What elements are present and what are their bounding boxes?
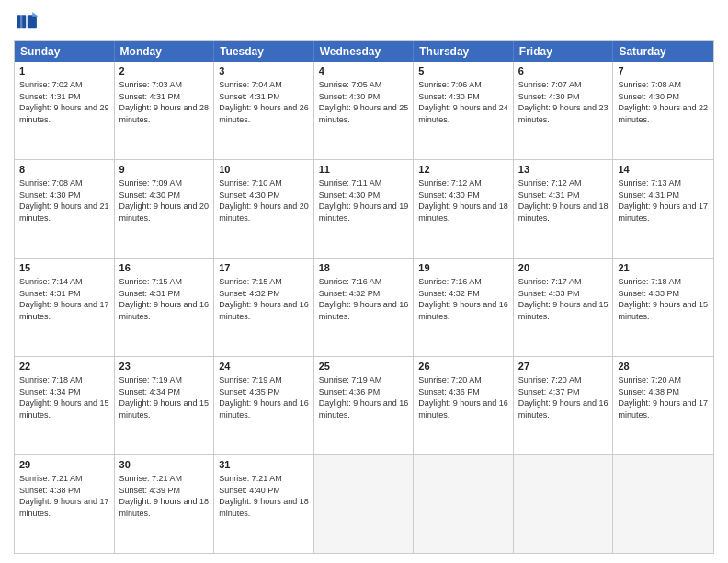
day-number: 20 (518, 261, 609, 275)
cal-cell-day-11: 11Sunrise: 7:11 AM Sunset: 4:30 PM Dayli… (314, 160, 415, 258)
cal-cell-day-8: 8Sunrise: 7:08 AM Sunset: 4:30 PM Daylig… (15, 160, 115, 258)
day-number: 2 (119, 64, 210, 78)
cal-cell-day-22: 22Sunrise: 7:18 AM Sunset: 4:34 PM Dayli… (15, 357, 115, 454)
cell-info: Sunrise: 7:10 AM Sunset: 4:30 PM Dayligh… (219, 178, 309, 223)
day-number: 13 (518, 163, 609, 177)
day-number: 3 (219, 64, 309, 78)
calendar-header-row: SundayMondayTuesdayWednesdayThursdayFrid… (15, 41, 713, 62)
cal-week-2: 8Sunrise: 7:08 AM Sunset: 4:30 PM Daylig… (15, 159, 713, 258)
day-number: 29 (19, 458, 109, 472)
calendar-body: 1Sunrise: 7:02 AM Sunset: 4:31 PM Daylig… (15, 62, 713, 553)
cal-cell-day-10: 10Sunrise: 7:10 AM Sunset: 4:30 PM Dayli… (214, 160, 314, 258)
cell-info: Sunrise: 7:20 AM Sunset: 4:36 PM Dayligh… (418, 375, 508, 419)
cal-cell-day-17: 17Sunrise: 7:15 AM Sunset: 4:32 PM Dayli… (214, 259, 314, 356)
cell-info: Sunrise: 7:19 AM Sunset: 4:35 PM Dayligh… (219, 375, 309, 419)
cal-cell-day-26: 26Sunrise: 7:20 AM Sunset: 4:36 PM Dayli… (414, 357, 514, 454)
cell-info: Sunrise: 7:16 AM Sunset: 4:32 PM Dayligh… (418, 277, 508, 321)
day-number: 11 (319, 163, 409, 177)
day-number: 10 (219, 163, 309, 177)
cal-week-4: 22Sunrise: 7:18 AM Sunset: 4:34 PM Dayli… (15, 356, 713, 454)
day-number: 4 (319, 64, 409, 78)
day-number: 22 (19, 360, 109, 373)
cell-info: Sunrise: 7:12 AM Sunset: 4:31 PM Dayligh… (518, 178, 609, 223)
cell-info: Sunrise: 7:12 AM Sunset: 4:30 PM Dayligh… (418, 178, 508, 223)
cal-cell-day-1: 1Sunrise: 7:02 AM Sunset: 4:31 PM Daylig… (15, 62, 115, 159)
calendar: SundayMondayTuesdayWednesdayThursdayFrid… (14, 40, 714, 554)
cell-info: Sunrise: 7:03 AM Sunset: 4:31 PM Dayligh… (119, 80, 210, 124)
cal-cell-day-20: 20Sunrise: 7:17 AM Sunset: 4:33 PM Dayli… (514, 259, 614, 356)
day-number: 23 (119, 360, 210, 373)
cal-cell-empty (514, 455, 614, 553)
cal-header-thursday: Thursday (414, 41, 514, 62)
cal-cell-day-30: 30Sunrise: 7:21 AM Sunset: 4:39 PM Dayli… (115, 455, 215, 553)
cell-info: Sunrise: 7:13 AM Sunset: 4:31 PM Dayligh… (618, 178, 708, 223)
day-number: 12 (418, 163, 508, 177)
day-number: 1 (19, 64, 109, 78)
cal-cell-day-25: 25Sunrise: 7:19 AM Sunset: 4:36 PM Dayli… (314, 357, 415, 454)
cal-cell-day-31: 31Sunrise: 7:21 AM Sunset: 4:40 PM Dayli… (214, 455, 314, 553)
cell-info: Sunrise: 7:06 AM Sunset: 4:30 PM Dayligh… (418, 80, 508, 124)
cal-cell-day-2: 2Sunrise: 7:03 AM Sunset: 4:31 PM Daylig… (115, 62, 215, 159)
cell-info: Sunrise: 7:02 AM Sunset: 4:31 PM Dayligh… (19, 80, 109, 124)
cal-header-monday: Monday (115, 41, 215, 62)
day-number: 27 (518, 360, 609, 373)
cal-week-5: 29Sunrise: 7:21 AM Sunset: 4:38 PM Dayli… (15, 454, 713, 553)
cell-info: Sunrise: 7:18 AM Sunset: 4:33 PM Dayligh… (618, 277, 708, 321)
page: SundayMondayTuesdayWednesdayThursdayFrid… (0, 0, 728, 563)
day-number: 5 (418, 64, 508, 78)
cal-cell-day-7: 7Sunrise: 7:08 AM Sunset: 4:30 PM Daylig… (613, 62, 713, 159)
cell-info: Sunrise: 7:20 AM Sunset: 4:37 PM Dayligh… (518, 375, 609, 419)
day-number: 26 (418, 360, 508, 373)
day-number: 7 (618, 64, 709, 78)
logo (14, 9, 43, 35)
cal-cell-day-4: 4Sunrise: 7:05 AM Sunset: 4:30 PM Daylig… (314, 62, 415, 159)
cal-cell-empty (414, 455, 514, 553)
cal-cell-day-6: 6Sunrise: 7:07 AM Sunset: 4:30 PM Daylig… (514, 62, 614, 159)
cell-info: Sunrise: 7:17 AM Sunset: 4:33 PM Dayligh… (518, 277, 609, 321)
cal-header-saturday: Saturday (613, 41, 713, 62)
cal-cell-day-24: 24Sunrise: 7:19 AM Sunset: 4:35 PM Dayli… (214, 357, 314, 454)
day-number: 15 (19, 261, 109, 275)
day-number: 14 (618, 163, 709, 177)
cell-info: Sunrise: 7:20 AM Sunset: 4:38 PM Dayligh… (618, 375, 708, 419)
header (14, 9, 714, 35)
cal-cell-day-9: 9Sunrise: 7:09 AM Sunset: 4:30 PM Daylig… (115, 160, 215, 258)
cal-cell-empty (613, 455, 713, 553)
cal-cell-day-13: 13Sunrise: 7:12 AM Sunset: 4:31 PM Dayli… (514, 160, 614, 258)
day-number: 30 (119, 458, 210, 472)
cell-info: Sunrise: 7:08 AM Sunset: 4:30 PM Dayligh… (618, 80, 708, 124)
day-number: 31 (219, 458, 309, 472)
cell-info: Sunrise: 7:21 AM Sunset: 4:40 PM Dayligh… (219, 474, 309, 518)
cal-header-wednesday: Wednesday (314, 41, 415, 62)
cell-info: Sunrise: 7:21 AM Sunset: 4:38 PM Dayligh… (19, 474, 109, 518)
cal-cell-day-15: 15Sunrise: 7:14 AM Sunset: 4:31 PM Dayli… (15, 259, 115, 356)
day-number: 28 (618, 360, 709, 373)
day-number: 17 (219, 261, 309, 275)
day-number: 25 (319, 360, 409, 373)
day-number: 8 (19, 163, 109, 177)
cell-info: Sunrise: 7:15 AM Sunset: 4:32 PM Dayligh… (219, 277, 309, 321)
day-number: 18 (319, 261, 409, 275)
cell-info: Sunrise: 7:16 AM Sunset: 4:32 PM Dayligh… (319, 277, 409, 321)
day-number: 16 (119, 261, 210, 275)
cal-cell-day-21: 21Sunrise: 7:18 AM Sunset: 4:33 PM Dayli… (613, 259, 713, 356)
cell-info: Sunrise: 7:05 AM Sunset: 4:30 PM Dayligh… (319, 80, 409, 124)
cell-info: Sunrise: 7:07 AM Sunset: 4:30 PM Dayligh… (518, 80, 609, 124)
day-number: 6 (518, 64, 609, 78)
cal-header-friday: Friday (514, 41, 614, 62)
cal-cell-day-19: 19Sunrise: 7:16 AM Sunset: 4:32 PM Dayli… (414, 259, 514, 356)
cell-info: Sunrise: 7:15 AM Sunset: 4:31 PM Dayligh… (119, 277, 210, 321)
svg-rect-3 (20, 14, 22, 29)
cell-info: Sunrise: 7:04 AM Sunset: 4:31 PM Dayligh… (219, 80, 309, 124)
day-number: 9 (119, 163, 210, 177)
cal-cell-day-5: 5Sunrise: 7:06 AM Sunset: 4:30 PM Daylig… (414, 62, 514, 159)
cell-info: Sunrise: 7:21 AM Sunset: 4:39 PM Dayligh… (119, 474, 210, 518)
cal-week-1: 1Sunrise: 7:02 AM Sunset: 4:31 PM Daylig… (15, 62, 713, 159)
cal-cell-day-18: 18Sunrise: 7:16 AM Sunset: 4:32 PM Dayli… (314, 259, 415, 356)
cal-cell-day-14: 14Sunrise: 7:13 AM Sunset: 4:31 PM Dayli… (613, 160, 713, 258)
cell-info: Sunrise: 7:19 AM Sunset: 4:34 PM Dayligh… (119, 375, 210, 419)
cell-info: Sunrise: 7:19 AM Sunset: 4:36 PM Dayligh… (319, 375, 409, 419)
day-number: 19 (418, 261, 508, 275)
cal-cell-empty (314, 455, 415, 553)
cell-info: Sunrise: 7:14 AM Sunset: 4:31 PM Dayligh… (19, 277, 109, 321)
